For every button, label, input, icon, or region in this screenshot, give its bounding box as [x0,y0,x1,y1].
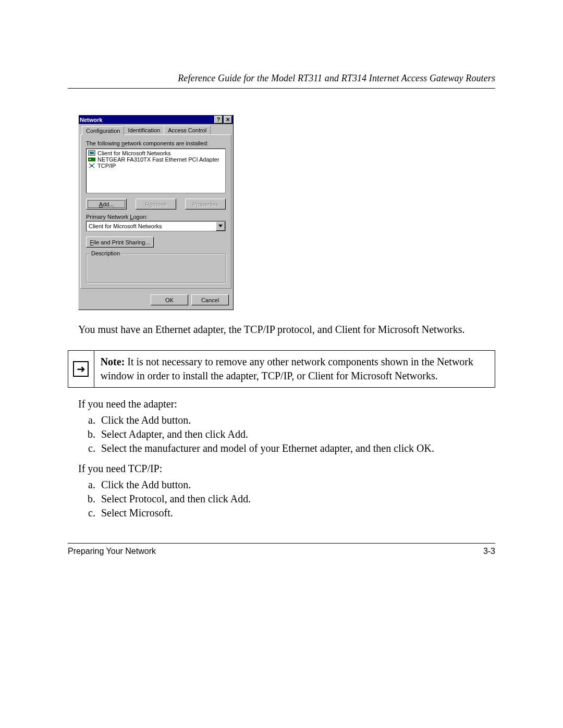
dialog-title: Network [80,117,102,123]
tab-access-control[interactable]: Access Control [164,126,211,134]
description-group: Description [86,254,226,283]
list-item-label: TCP/IP [97,163,116,169]
list-item-label: Client for Microsoft Networks [97,150,171,156]
file-print-sharing-button[interactable]: File and Print Sharing... [86,237,154,248]
tab-configuration[interactable]: Configuration [82,126,124,135]
list-item[interactable]: TCP/IP [88,163,224,169]
running-head: Reference Guide for the Model RT311 and … [68,73,495,84]
network-dialog: Network ? ✕ Configuration Identification… [78,115,234,310]
client-icon [88,150,95,156]
cancel-button[interactable]: Cancel [191,294,229,305]
svg-rect-3 [89,159,91,160]
list-item[interactable]: Client for Microsoft Networks [88,150,224,156]
tab-pane: The following network components are ins… [80,134,231,289]
svg-marker-7 [218,225,223,227]
list-item: Select Protocol, and then click Add. [98,492,495,506]
paragraph: You must have an Ethernet adapter, the T… [78,323,495,337]
svg-rect-1 [90,152,94,154]
logon-label: Primary Network Logon: [86,214,226,220]
logon-select[interactable]: Client for Microsoft Networks [86,221,226,231]
components-listbox[interactable]: Client for Microsoft Networks NETGEAR FA… [86,149,226,193]
list-item: Click the Add button. [98,478,495,492]
chevron-down-icon[interactable] [216,221,225,231]
remove-button: Remove [136,199,176,209]
header-rule [68,88,495,89]
adapter-icon [88,156,95,163]
note-box: ➜ Note: It is not necessary to remove an… [68,350,495,388]
tcpip-heading: If you need TCP/IP: [78,463,495,475]
description-legend: Description [90,250,121,256]
list-item: Click the Add button. [98,413,495,427]
tab-identification[interactable]: Identification [124,126,164,134]
protocol-icon [88,163,95,169]
list-item: Select Adapter, and then click Add. [98,427,495,441]
list-item: Select Microsoft. [98,506,495,520]
logon-value: Client for Microsoft Networks [87,223,216,229]
tcpip-steps: Click the Add button. Select Protocol, a… [83,478,495,520]
properties-button: Properties [185,199,226,209]
components-label: The following network components are ins… [86,140,226,146]
tab-row: Configuration Identification Access Cont… [79,124,233,134]
arrow-right-icon: ➜ [73,361,89,377]
footer-page: 3-3 [483,547,495,556]
adapter-heading: If you need the adapter: [78,398,495,410]
help-icon[interactable]: ? [214,116,223,124]
dialog-titlebar: Network ? ✕ [79,115,233,124]
list-item-label: NETGEAR FA310TX Fast Ethernet PCI Adapte… [97,156,219,163]
note-label: Note: [101,356,125,367]
list-item[interactable]: NETGEAR FA310TX Fast Ethernet PCI Adapte… [88,156,224,163]
footer-section: Preparing Your Network [68,547,156,556]
add-button[interactable]: Add... [86,199,127,209]
svg-point-6 [91,165,93,167]
note-text: Note: It is not necessary to remove any … [94,351,495,387]
adapter-steps: Click the Add button. Select Adapter, an… [83,413,495,455]
ok-button[interactable]: OK [151,294,188,305]
note-body: It is not necessary to remove any other … [101,356,473,381]
close-icon[interactable]: ✕ [224,116,232,124]
list-item: Select the manufacturer and model of you… [98,441,495,455]
note-icon-cell: ➜ [68,351,94,387]
